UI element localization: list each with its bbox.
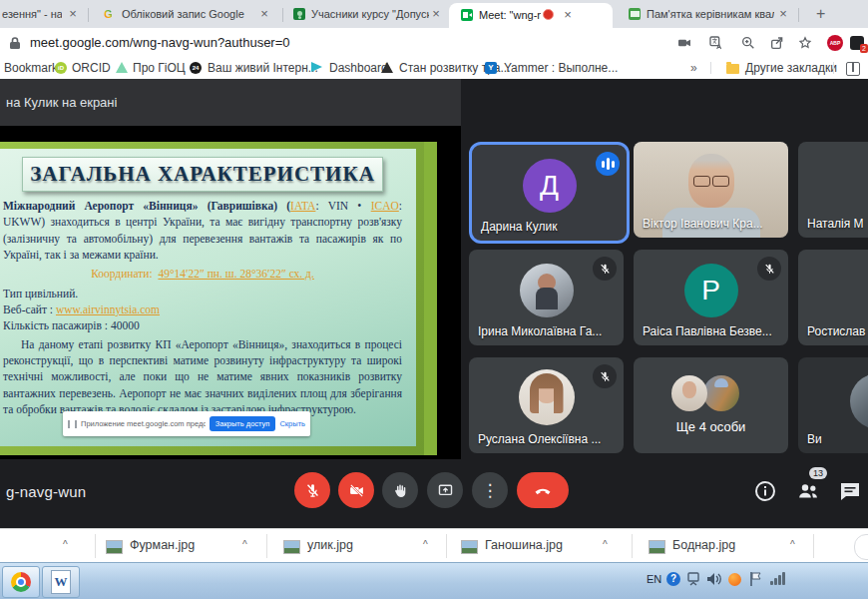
info-icon[interactable] (753, 479, 777, 503)
bookmarks-bar: Bookmarks iD ORCID Про ГіОЦ 24 Ваш живий… (0, 57, 868, 80)
meet-control-bar: g-navg-wun ⋮ 13 (0, 459, 868, 528)
image-file-icon (283, 540, 300, 554)
new-tab-button[interactable]: + (816, 5, 825, 23)
volume-icon[interactable] (706, 572, 721, 586)
mic-off-icon (593, 364, 617, 388)
gioc-icon (116, 62, 128, 73)
icao-link[interactable]: ICAO (371, 200, 399, 212)
participant-tile-daryna[interactable]: Д Дарина Кулик (469, 142, 630, 244)
slide-title: ЗАГАЛЬНА ХАРАКТЕРИСТИКА (23, 162, 382, 187)
hide-notice-button[interactable]: Скрыть (279, 419, 305, 428)
overflow-avatar-1 (671, 375, 707, 411)
participant-tile-viktor[interactable]: Віктор Іванович Кра... (634, 142, 788, 238)
presentation-stage[interactable]: ЗАГАЛЬНА ХАРАКТЕРИСТИКА Міжнародний Аеро… (0, 126, 461, 459)
tab-meet-close-icon[interactable]: × (561, 8, 575, 22)
participant-name: Віктор Іванович Кра... (643, 217, 763, 231)
mic-off-button[interactable] (294, 472, 330, 508)
participant-tile-iryna[interactable]: Ірина Миколаївна Га... (469, 250, 624, 345)
tab-2[interactable]: Обліковий запис Google (122, 8, 249, 20)
taskbar-word-button[interactable]: W (42, 566, 80, 598)
chat-icon[interactable] (838, 479, 862, 503)
raise-hand-button[interactable] (382, 472, 418, 508)
coords-link[interactable]: 49°14′22″ пн. ш. 28°36′22″ сх. д. (158, 268, 313, 280)
tab-5-close-icon[interactable]: × (776, 7, 790, 21)
participant-tile-ruslana[interactable]: Руслана Олексіївна ... (469, 357, 624, 453)
pause-icon (68, 420, 77, 428)
bookmark-internet[interactable]: Ваш живий Інтерн... (208, 61, 318, 75)
participant-name: Дарина Кулик (481, 220, 558, 234)
mic-off-icon (757, 257, 781, 281)
participant-name: Ірина Миколаївна Га... (478, 324, 602, 338)
participants-icon[interactable] (796, 479, 820, 503)
camera-off-button[interactable] (338, 472, 374, 508)
bookmarks-overflow-chevron[interactable]: » (690, 61, 697, 75)
image-file-icon (649, 540, 665, 554)
overflow-avatar-2 (703, 375, 739, 411)
stop-sharing-button[interactable]: Закрыть доступ (210, 416, 276, 431)
download-item[interactable]: Фурман.jpg (130, 538, 195, 552)
download-chevron[interactable]: ^ (603, 539, 608, 550)
show-hidden-icons[interactable] (687, 572, 699, 587)
action-center-flag-icon[interactable] (748, 571, 762, 587)
download-chevron[interactable]: ^ (242, 539, 247, 550)
network-signal-icon[interactable] (770, 571, 786, 585)
bookmark-orcid[interactable]: ORCID (72, 61, 111, 75)
download-item[interactable]: улик.jpg (307, 538, 353, 552)
tab-3-close-icon[interactable]: × (429, 7, 443, 21)
download-chevron[interactable]: ^ (790, 539, 795, 550)
coords-label: Координати: (91, 268, 153, 280)
present-button[interactable] (427, 472, 463, 508)
end-call-button[interactable] (517, 472, 569, 508)
more-options-button[interactable]: ⋮ (472, 472, 508, 508)
bookmark-star-icon[interactable] (797, 35, 813, 51)
separator (813, 534, 814, 558)
separator (446, 534, 447, 558)
help-tray-icon[interactable]: ? (666, 572, 680, 586)
tab-camera-indicator-icon[interactable] (676, 35, 692, 51)
participant-name: Ростислав (807, 324, 865, 338)
adblock-extension-icon[interactable]: ABP (827, 35, 843, 51)
share-notice-text: Приложение meet.google.com предоставляет… (81, 419, 206, 428)
share-icon[interactable] (769, 35, 785, 51)
tab-1[interactable]: езення" - навча (2, 8, 62, 20)
download-chevron[interactable]: ^ (423, 539, 428, 550)
lock-icon (9, 36, 21, 50)
website-link[interactable]: www.airvinnytsia.com (56, 303, 160, 315)
download-chevron[interactable]: ^ (63, 539, 68, 550)
language-indicator[interactable]: EN (647, 573, 661, 585)
participant-photo (850, 373, 868, 429)
tab-1-close-icon[interactable]: × (66, 7, 80, 21)
show-all-downloads-button[interactable] (854, 534, 868, 560)
download-item[interactable]: Боднар.jpg (672, 538, 735, 552)
bookmark-yammer[interactable]: Yammer : Выполне... (504, 61, 618, 75)
bookmark-gioc[interactable]: Про ГіОЦ (133, 61, 186, 75)
other-bookmarks[interactable]: Другие закладки (745, 61, 837, 75)
iata-link[interactable]: IATA (290, 200, 315, 212)
presenting-banner-text: на Кулик на екрані (6, 95, 117, 110)
participant-tile-overflow[interactable]: Ще 4 особи (634, 357, 788, 453)
translate-icon[interactable] (708, 35, 724, 51)
browser-window: езення" - навча × G Обліковий запис Goog… (0, 0, 868, 599)
tab-5[interactable]: Пам'ятка керівникам кваліфіка (647, 8, 774, 20)
participant-tile-natalia[interactable]: Наталія М (798, 142, 868, 238)
antivirus-tray-icon[interactable] (728, 573, 741, 586)
mic-off-icon (593, 257, 617, 281)
slide-paragraph-2: На даному етапі розвитку КП «Аеропорт «В… (3, 336, 402, 418)
tab-3[interactable]: Учасники курсу "Допуск до за (311, 8, 429, 20)
participant-tile-you[interactable]: Ви (798, 357, 868, 453)
url-text[interactable]: meet.google.com/wng-navg-wun?authuser=0 (30, 35, 290, 50)
download-item[interactable]: Ганошина.jpg (485, 538, 563, 552)
bookmark-dashboard[interactable]: Dashboard (329, 61, 388, 75)
zoom-page-icon[interactable] (740, 35, 756, 51)
tab-2-close-icon[interactable]: × (257, 7, 271, 21)
image-file-icon (461, 540, 478, 554)
extension-icon[interactable]: 2 (850, 36, 864, 50)
taskbar-chrome-button[interactable] (2, 566, 40, 598)
participant-tile-raisa[interactable]: Р Раіса Павлівна Безве... (634, 250, 788, 345)
fact-type: Тип цивільний. (3, 286, 402, 301)
slide-title-box: ЗАГАЛЬНА ХАРАКТЕРИСТИКА (22, 157, 383, 192)
presenting-banner: на Кулик на екрані (0, 79, 461, 126)
tab-meet-active[interactable]: Meet: "wng-navg-wun" × (449, 3, 613, 28)
side-panel-icon[interactable] (846, 62, 860, 76)
participant-tile-rostyslav[interactable]: Ростислав (798, 250, 868, 345)
